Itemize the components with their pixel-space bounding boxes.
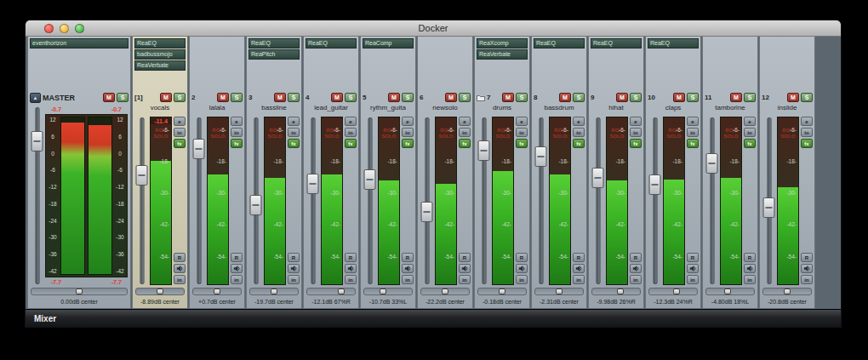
record-arm-button[interactable]: R <box>288 253 300 262</box>
input-button[interactable]: in <box>231 275 243 284</box>
envelope-button[interactable]: e <box>174 117 186 126</box>
io-routing-button[interactable]: io <box>288 128 300 137</box>
io-routing-button[interactable]: io <box>573 128 585 137</box>
master-mute-button[interactable]: M <box>103 93 115 102</box>
fader-thumb[interactable] <box>31 131 43 151</box>
fx-button[interactable]: fx <box>687 139 699 148</box>
fx-button[interactable]: fx <box>801 139 813 148</box>
fx-button[interactable]: fx <box>231 139 243 148</box>
pan-slider[interactable] <box>591 288 641 295</box>
fx-slot[interactable]: ReaEQ <box>648 38 699 49</box>
record-arm-button[interactable]: R <box>630 253 642 262</box>
solo-button[interactable]: S <box>402 93 414 102</box>
fx-slot[interactable]: ReaPitch <box>248 49 300 60</box>
fx-slot[interactable]: ReaEQ <box>591 38 642 49</box>
io-routing-button[interactable]: io <box>687 128 699 137</box>
fx-button[interactable]: fx <box>402 139 414 148</box>
input-button[interactable]: in <box>801 275 813 284</box>
fader-thumb[interactable] <box>478 140 490 161</box>
envelope-button[interactable]: e <box>231 117 243 126</box>
solo-button[interactable]: S <box>516 93 528 102</box>
track-name[interactable]: vocals <box>134 103 186 113</box>
solo-button[interactable]: S <box>459 93 471 102</box>
fx-slot[interactable]: eventhorizon <box>30 38 128 49</box>
io-routing-button[interactable]: io <box>459 128 471 137</box>
solo-button[interactable]: S <box>573 93 585 102</box>
master-menu-button[interactable]: ▲ <box>30 93 41 103</box>
envelope-button[interactable]: e <box>402 117 414 126</box>
volume-fader[interactable] <box>254 117 258 284</box>
envelope-button[interactable]: e <box>288 117 300 126</box>
fader-thumb[interactable] <box>535 146 547 167</box>
monitor-button[interactable] <box>744 264 756 273</box>
pan-slider[interactable] <box>705 288 755 295</box>
track-name[interactable]: bassline <box>248 103 300 113</box>
master-solo-button[interactable]: S <box>117 93 128 102</box>
volume-fader[interactable] <box>140 117 144 284</box>
solo-button[interactable]: S <box>801 93 813 102</box>
mute-button[interactable]: M <box>616 93 628 102</box>
mute-button[interactable]: M <box>730 93 742 102</box>
solo-button[interactable]: S <box>687 93 699 102</box>
track-name[interactable]: claps <box>648 103 699 113</box>
fx-button[interactable]: fx <box>744 139 756 148</box>
minimize-button[interactable] <box>60 24 69 33</box>
zoom-button[interactable] <box>75 24 84 33</box>
fader-thumb[interactable] <box>763 197 775 218</box>
track-name[interactable]: inslide <box>762 103 813 113</box>
monitor-button[interactable] <box>516 264 528 273</box>
io-routing-button[interactable]: io <box>801 128 813 137</box>
monitor-button[interactable] <box>231 264 243 273</box>
fx-slot[interactable]: ReaVerbate <box>477 49 528 60</box>
master-volume-fader[interactable] <box>35 107 39 284</box>
fx-button[interactable]: fx <box>345 139 357 148</box>
pan-slider[interactable] <box>135 288 185 295</box>
track-name[interactable]: newsolo <box>420 103 471 113</box>
io-routing-button[interactable]: io <box>516 128 528 137</box>
mute-button[interactable]: M <box>673 93 685 102</box>
mute-button[interactable]: M <box>445 93 457 102</box>
volume-fader[interactable] <box>368 117 372 284</box>
record-arm-button[interactable]: R <box>345 253 357 262</box>
pan-thumb[interactable] <box>617 289 624 294</box>
volume-fader[interactable] <box>767 117 771 284</box>
volume-fader[interactable] <box>482 117 486 284</box>
track-name[interactable]: tamborine <box>705 103 756 113</box>
volume-fader[interactable] <box>197 117 201 284</box>
monitor-button[interactable] <box>687 264 699 273</box>
record-arm-button[interactable]: R <box>573 253 585 262</box>
fx-button[interactable]: fx <box>174 139 186 148</box>
fx-slot[interactable]: ReaEQ <box>306 38 357 49</box>
mute-button[interactable]: M <box>502 93 514 102</box>
pan-slider[interactable] <box>534 288 584 295</box>
record-arm-button[interactable]: R <box>744 253 756 262</box>
monitor-button[interactable] <box>288 264 300 273</box>
mute-button[interactable]: M <box>787 93 799 102</box>
mute-button[interactable]: M <box>559 93 571 102</box>
mute-button[interactable]: M <box>388 93 400 102</box>
input-button[interactable]: in <box>573 275 585 284</box>
monitor-button[interactable] <box>459 264 471 273</box>
fader-thumb[interactable] <box>592 168 604 188</box>
fader-thumb[interactable] <box>250 195 262 215</box>
fx-button[interactable]: fx <box>288 139 300 148</box>
pan-slider[interactable] <box>648 288 698 295</box>
pan-thumb[interactable] <box>338 289 345 294</box>
fx-slot[interactable]: ReaXcomp <box>477 38 528 49</box>
fx-slot[interactable]: ReaEQ <box>534 38 585 49</box>
record-arm-button[interactable]: R <box>402 253 414 262</box>
pan-thumb[interactable] <box>214 289 220 294</box>
input-button[interactable]: in <box>687 275 699 284</box>
pan-thumb[interactable] <box>380 289 386 294</box>
volume-fader[interactable] <box>710 117 714 284</box>
record-arm-button[interactable]: R <box>231 253 243 262</box>
track-name[interactable]: lead_guitar <box>306 103 357 113</box>
fader-thumb[interactable] <box>307 174 319 194</box>
pan-thumb[interactable] <box>76 289 83 294</box>
solo-button[interactable]: S <box>174 93 186 102</box>
fx-button[interactable]: fx <box>459 139 471 148</box>
record-arm-button[interactable]: R <box>801 253 813 262</box>
input-button[interactable]: in <box>402 275 414 284</box>
envelope-button[interactable]: e <box>744 117 756 126</box>
track-name[interactable]: hihat <box>591 103 642 113</box>
